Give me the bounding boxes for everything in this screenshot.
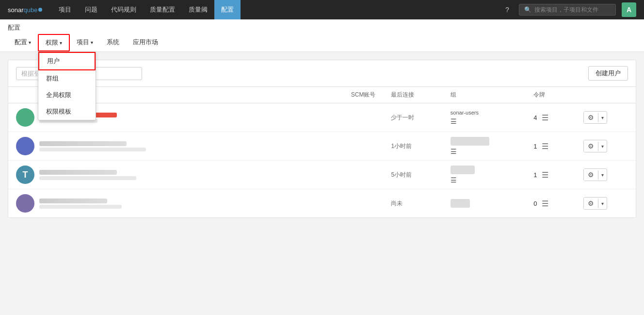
table-row: 少于一时 sonar-users ☰ 4 ☰: [8, 103, 636, 132]
action-cell: ⚙ ▾: [576, 103, 636, 132]
user-info-cell: [8, 132, 322, 161]
sub-nav-marketplace[interactable]: 应用市场: [126, 34, 165, 51]
avatar: [16, 194, 34, 213]
group-list-icon[interactable]: ☰: [451, 148, 518, 155]
avatar: [16, 108, 34, 127]
help-icon[interactable]: ?: [501, 4, 513, 16]
action-cell: ⚙ ▾: [576, 161, 636, 189]
group-cell: sonar-users ☰: [443, 103, 526, 132]
permissions-dropdown-menu: 用户 群组 全局权限 权限模板: [38, 51, 96, 120]
token-list-icon-button[interactable]: ☰: [540, 112, 550, 123]
gear-dropdown-arrow[interactable]: ▾: [598, 142, 607, 151]
main-content: 创建用户 SCM账号 最后连接 组 令牌: [0, 52, 644, 226]
user-name-bar: [39, 199, 107, 203]
token-list-icon-button[interactable]: ☰: [540, 141, 550, 152]
nav-items: 项目 问题 代码规则 质量配置 质量阈 配置: [52, 0, 501, 19]
search-icon: 🔍: [524, 6, 531, 13]
action-cell: ⚙ ▾: [576, 132, 636, 161]
group-tag: [451, 199, 470, 208]
nav-item-rules[interactable]: 代码规则: [104, 0, 143, 19]
last-conn-cell: 5小时前: [383, 161, 442, 189]
user-sub-bar: [39, 205, 122, 209]
token-cell: 0 ☰: [526, 189, 576, 218]
token-cell: 1 ☰: [526, 161, 576, 189]
chevron-down-icon: ▾: [29, 40, 31, 45]
gear-dropdown-arrow[interactable]: ▾: [598, 199, 607, 208]
table-row: 1小时前 ☰ 1 ☰: [8, 132, 636, 161]
col-scm: SCM账号: [322, 87, 383, 103]
avatar: T: [16, 166, 34, 184]
group-tag: [451, 137, 489, 146]
nav-item-issues[interactable]: 问题: [78, 0, 104, 19]
token-count: 4: [533, 114, 537, 121]
col-last-conn: 最后连接: [383, 87, 442, 103]
gear-icon-button[interactable]: ⚙: [584, 140, 598, 152]
scm-cell: [322, 103, 383, 132]
gear-dropdown-button[interactable]: ⚙ ▾: [583, 111, 607, 124]
group-tag: sonar-users: [451, 110, 518, 116]
gear-icon-button[interactable]: ⚙: [584, 169, 598, 181]
dropdown-item-users[interactable]: 用户: [38, 52, 96, 70]
user-sub-bar: [39, 148, 146, 151]
nav-right: ? 🔍 A: [501, 2, 636, 17]
sub-nav-system[interactable]: 系统: [100, 34, 126, 51]
gear-dropdown-button[interactable]: ⚙ ▾: [583, 197, 607, 210]
user-avatar[interactable]: A: [622, 2, 636, 17]
dropdown-item-groups[interactable]: 群组: [38, 70, 96, 87]
col-token: 令牌: [526, 87, 576, 103]
token-count: 1: [533, 171, 537, 179]
gear-dropdown-button[interactable]: ⚙ ▾: [583, 168, 607, 181]
global-search-input[interactable]: [534, 6, 611, 13]
users-toolbar: 创建用户: [8, 60, 636, 86]
user-sub-bar: [39, 176, 136, 180]
user-info-cell: [8, 189, 322, 218]
last-conn-cell: 1小时前: [383, 132, 442, 161]
users-section: 创建用户 SCM账号 最后连接 组 令牌: [8, 60, 636, 218]
chevron-down-icon: ▾: [60, 40, 62, 46]
gear-dropdown-arrow[interactable]: ▾: [598, 170, 607, 180]
user-details: [39, 141, 146, 151]
dropdown-item-global-permissions[interactable]: 全局权限: [38, 87, 96, 103]
gear-icon-button[interactable]: ⚙: [584, 112, 598, 123]
nav-item-quality-profiles[interactable]: 质量配置: [143, 0, 182, 19]
col-group: 组: [443, 87, 526, 103]
group-cell: ☰: [443, 161, 526, 189]
nav-item-projects[interactable]: 项目: [52, 0, 78, 19]
sub-nav-config[interactable]: 配置 ▾: [8, 34, 38, 51]
scm-cell: [322, 189, 383, 218]
sub-navigation: 配置 ▾ 权限 ▾ 用户 群组 全局权限 权限模板 项目 ▾ 系统 应用市场: [8, 34, 636, 51]
token-list-icon-button[interactable]: ☰: [540, 198, 550, 209]
logo[interactable]: sonarqube: [8, 6, 42, 14]
token-cell: 1 ☰: [526, 132, 576, 161]
user-details: [39, 199, 122, 209]
group-list-icon[interactable]: ☰: [451, 176, 518, 184]
last-conn-cell: 尚未: [383, 189, 442, 218]
gear-dropdown-button[interactable]: ⚙ ▾: [583, 140, 607, 152]
sub-nav-permissions[interactable]: 权限 ▾: [38, 34, 70, 51]
sub-nav-projects[interactable]: 项目 ▾: [70, 34, 100, 51]
dropdown-item-permission-templates[interactable]: 权限模板: [38, 103, 96, 120]
nav-item-quality-gates[interactable]: 质量阈: [182, 0, 214, 19]
token-count: 1: [533, 143, 537, 150]
group-cell: [443, 189, 526, 218]
user-name-bar: [39, 170, 117, 175]
top-navigation: sonarqube 项目 问题 代码规则 质量配置 质量阈 配置 ? 🔍 A: [0, 0, 644, 19]
action-cell: ⚙ ▾: [576, 189, 636, 218]
table-row: 尚未 0 ☰ ⚙: [8, 189, 636, 218]
page-title: 配置: [8, 19, 636, 34]
gear-dropdown-arrow[interactable]: ▾: [598, 113, 607, 122]
sub-header: 配置 配置 ▾ 权限 ▾ 用户 群组 全局权限 权限模板 项目 ▾ 系统: [0, 19, 644, 52]
group-cell: ☰: [443, 132, 526, 161]
col-actions: [576, 87, 636, 103]
global-search[interactable]: 🔍: [519, 4, 616, 16]
create-user-button[interactable]: 创建用户: [588, 66, 628, 81]
scm-cell: [322, 132, 383, 161]
avatar: [16, 137, 34, 155]
user-details: [39, 170, 136, 180]
nav-item-administration[interactable]: 配置: [214, 0, 241, 19]
gear-icon-button[interactable]: ⚙: [584, 198, 598, 209]
group-list-icon[interactable]: ☰: [451, 117, 518, 125]
logo-dot: [38, 8, 42, 12]
token-list-icon-button[interactable]: ☰: [540, 169, 550, 181]
chevron-down-icon: ▾: [91, 40, 93, 45]
